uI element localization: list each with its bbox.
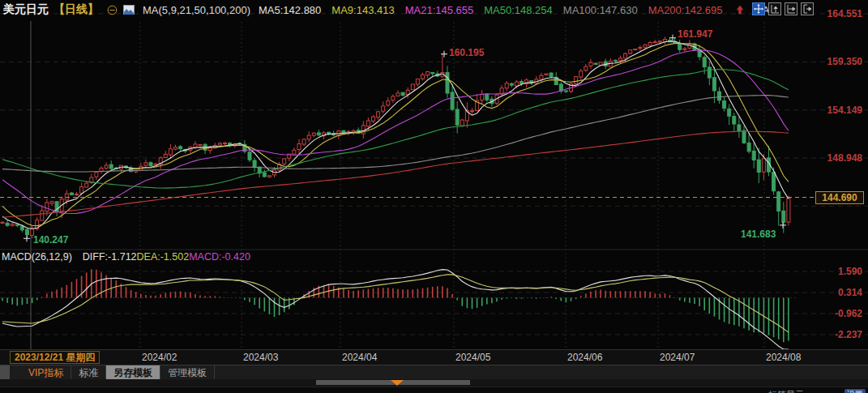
- ma-values: MA5:142.880MA9:143.413MA21:145.655MA50:1…: [259, 4, 733, 16]
- collapse-circle-icon[interactable]: [107, 5, 118, 15]
- month-label: 2024/06: [567, 352, 602, 363]
- tab-bar-stub: [0, 365, 10, 380]
- macd-value: MACD:-0.420: [189, 251, 250, 263]
- month-label: 2024/08: [766, 352, 801, 363]
- macd-values: DIFF:-1.712DEA:-1.502MACD:-0.420: [83, 251, 250, 263]
- axis-label: -2.237: [817, 329, 862, 340]
- chart-header: 美元日元 【日线】 MA(5,9,21,50,100,200) MA5:142.…: [0, 0, 868, 19]
- exit-icon[interactable]: [801, 2, 814, 15]
- cursor-date-badge: 2023/12/21 星期四: [10, 351, 100, 364]
- move-icon[interactable]: [752, 2, 765, 15]
- scrollbar-position-marker[interactable]: [391, 380, 404, 386]
- axis-label: 154.149: [817, 105, 862, 116]
- candlestick-chart[interactable]: [0, 0, 868, 393]
- ma-value: MA50:148.254: [484, 4, 553, 16]
- horizontal-scrollbar[interactable]: [0, 379, 868, 387]
- period-label: 【日线】: [53, 2, 99, 17]
- macd-value: DIFF:-1.712: [83, 251, 137, 263]
- current-price-badge: 144.690: [815, 191, 864, 204]
- macd-header: MACD(26,12,9) DIFF:-1.712DEA:-1.502MACD:…: [2, 251, 250, 263]
- status-label[interactable]: 标签显示: [768, 389, 804, 393]
- month-label: 2024/02: [142, 352, 177, 363]
- tab-0[interactable]: VIP指标: [21, 365, 71, 380]
- axis-label: -0.962: [817, 308, 862, 319]
- tab-3[interactable]: 管理模板: [160, 365, 215, 380]
- tab-1[interactable]: 标准: [71, 365, 106, 380]
- macd-settings-label: MACD(26,12,9): [2, 251, 72, 263]
- month-label: 2024/03: [243, 352, 278, 363]
- price-annotation: 160.195: [449, 47, 484, 58]
- tab-2[interactable]: 另存模板: [106, 365, 160, 380]
- ma-value: MA5:142.880: [259, 4, 321, 16]
- chart-thumbnail-icon[interactable]: [123, 5, 135, 15]
- macd-value: DEA:-1.502: [137, 251, 190, 263]
- status-bar: 标签显示 设置: [0, 387, 868, 393]
- time-axis: 2023/12/21 星期四 2024/022024/032024/042024…: [0, 349, 868, 365]
- chart-toolbar: [752, 2, 814, 15]
- month-label: 2024/07: [660, 352, 695, 363]
- ma-value: MA100:147.630: [563, 4, 638, 16]
- ma-value: MA9:143.413: [331, 4, 394, 16]
- price-annotation: 161.947: [678, 28, 712, 40]
- ma-value: MA21:145.655: [405, 4, 474, 16]
- ma-value: MA200:142.695: [648, 4, 723, 16]
- axis-label: 159.350: [817, 56, 862, 67]
- settings-button[interactable]: 设置: [844, 389, 866, 393]
- up-arrow-icon[interactable]: [736, 5, 744, 15]
- panel-right-icon[interactable]: [785, 2, 797, 15]
- axis-label: 0.314: [817, 287, 862, 298]
- symbol-name: 美元日元: [3, 2, 49, 17]
- price-annotation: 141.683: [741, 229, 776, 240]
- month-label: 2024/04: [342, 352, 377, 363]
- ma-settings-label: MA(5,9,21,50,100,200): [143, 4, 250, 16]
- trading-terminal: 美元日元 【日线】 MA(5,9,21,50,100,200) MA5:142.…: [0, 0, 868, 393]
- panel-up-icon[interactable]: [768, 2, 781, 15]
- template-tab-bar: VIP指标标准另存模板管理模板: [0, 365, 868, 380]
- axis-label: 1.590: [817, 266, 862, 277]
- axis-label: 148.948: [817, 152, 862, 164]
- month-label: 2024/05: [455, 352, 490, 363]
- price-annotation: 140.247: [33, 234, 68, 246]
